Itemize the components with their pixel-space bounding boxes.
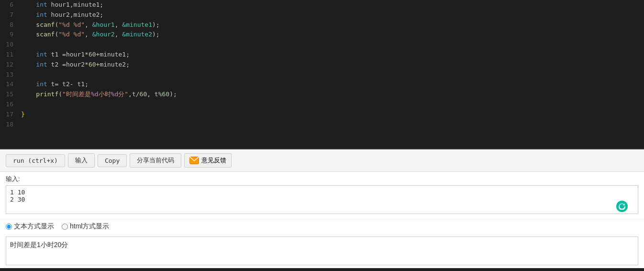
line-number: 11 <box>0 50 19 60</box>
line-content: scanf("%d %d", &hour1, &minute1); <box>19 20 644 30</box>
text-mode-text: 文本方式显示 <box>14 222 54 231</box>
code-line: 16 <box>0 100 644 110</box>
code-line: 18 <box>0 120 644 130</box>
line-number: 13 <box>0 70 19 80</box>
share-button[interactable]: 分享当前代码 <box>130 153 181 168</box>
line-content: int t= t2- t1; <box>19 79 644 90</box>
refresh-icon <box>619 203 625 210</box>
html-mode-label[interactable]: html方式显示 <box>62 222 109 231</box>
refresh-button[interactable] <box>616 201 628 212</box>
code-line: 15 printf("时间差是%d小时%d分",t/60, t%60); <box>0 90 644 100</box>
output-box: 时间差是1小时20分 <box>6 237 638 265</box>
code-line: 13 <box>0 70 644 80</box>
line-number: 9 <box>0 30 19 40</box>
line-number: 18 <box>0 120 19 130</box>
line-number: 8 <box>0 20 19 30</box>
code-line: 6 int hour1,minute1; <box>0 0 644 10</box>
line-content: scanf("%d %d", &hour2, &minute2); <box>19 30 644 40</box>
text-mode-radio[interactable] <box>6 224 12 230</box>
line-number: 10 <box>0 40 19 50</box>
line-number: 14 <box>0 79 19 90</box>
code-line: 9 scanf("%d %d", &hour2, &minute2); <box>0 30 644 40</box>
code-line: 8 scanf("%d %d", &hour1, &minute1); <box>0 20 644 30</box>
line-number: 7 <box>0 10 19 20</box>
line-number: 12 <box>0 60 19 70</box>
line-number: 15 <box>0 90 19 100</box>
code-editor: 6 int hour1,minute1;7 int hour2,minute2;… <box>0 0 644 148</box>
line-number: 6 <box>0 0 19 10</box>
toolbar: run (ctrl+x) 输入 Copy 分享当前代码 意见反馈 <box>0 149 644 172</box>
run-button[interactable]: run (ctrl+x) <box>6 154 65 167</box>
line-content: } <box>19 110 644 120</box>
line-content <box>19 40 644 50</box>
code-line: 14 int t= t2- t1; <box>0 79 644 90</box>
code-line: 17} <box>0 110 644 120</box>
display-mode: 文本方式显示 html方式显示 <box>0 219 644 234</box>
feedback-label: 意见反馈 <box>201 156 226 165</box>
line-content: int hour2,minute2; <box>19 10 644 20</box>
line-content <box>19 70 644 80</box>
line-content: printf("时间差是%d小时%d分",t/60, t%60); <box>19 90 644 100</box>
line-content <box>19 100 644 110</box>
input-label: 输入: <box>6 175 638 183</box>
copy-button[interactable]: Copy <box>98 154 127 167</box>
html-mode-text: html方式显示 <box>70 222 109 231</box>
input-textarea[interactable] <box>6 185 638 214</box>
text-mode-label[interactable]: 文本方式显示 <box>6 222 54 231</box>
input-button[interactable]: 输入 <box>68 153 95 168</box>
feedback-button[interactable]: 意见反馈 <box>184 153 232 168</box>
line-content: int hour1,minute1; <box>19 0 644 10</box>
html-mode-radio[interactable] <box>62 224 68 230</box>
code-line: 11 int t1 =hour1*60+minute1; <box>0 50 644 60</box>
line-content <box>19 120 644 130</box>
line-number: 16 <box>0 100 19 110</box>
code-line: 12 int t2 =hour2*60+minute2; <box>0 60 644 70</box>
code-line: 7 int hour2,minute2; <box>0 10 644 20</box>
output-section: 时间差是1小时20分 <box>0 234 644 268</box>
feedback-icon <box>189 157 199 164</box>
input-wrapper <box>6 185 638 216</box>
line-number: 17 <box>0 110 19 120</box>
input-section: 输入: <box>0 172 644 219</box>
line-content: int t2 =hour2*60+minute2; <box>19 60 644 70</box>
code-table: 6 int hour1,minute1;7 int hour2,minute2;… <box>0 0 644 129</box>
code-line: 10 <box>0 40 644 50</box>
line-content: int t1 =hour1*60+minute1; <box>19 50 644 60</box>
